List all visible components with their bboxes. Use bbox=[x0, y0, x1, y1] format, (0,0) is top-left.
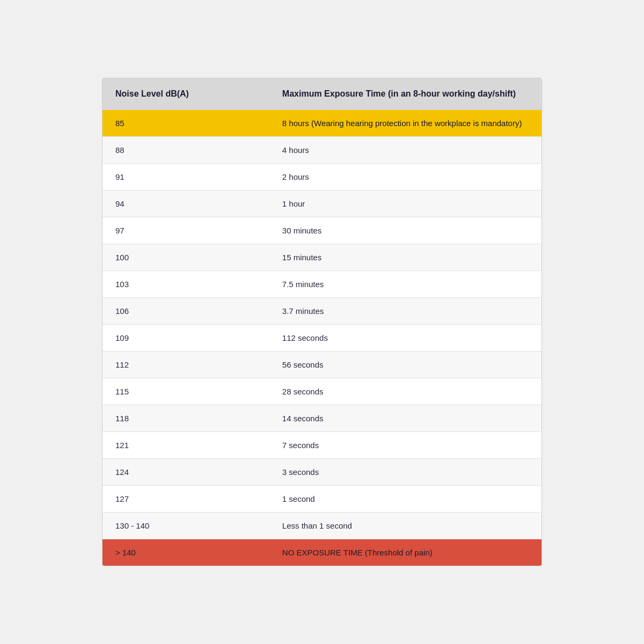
header-exposure-time: Maximum Exposure Time (in an 8-hour work… bbox=[269, 78, 541, 109]
header-noise-level: Noise Level dB(A) bbox=[103, 78, 269, 109]
table-row: > 140NO EXPOSURE TIME (Threshold of pain… bbox=[103, 539, 541, 566]
cell-exposure-time: 112 seconds bbox=[269, 324, 541, 351]
cell-exposure-time: 3 seconds bbox=[269, 458, 541, 485]
table-container: Noise Level dB(A) Maximum Exposure Time … bbox=[102, 78, 542, 566]
cell-noise-level: 109 bbox=[103, 324, 269, 351]
cell-exposure-time: 4 hours bbox=[269, 136, 541, 163]
cell-noise-level: 115 bbox=[103, 378, 269, 405]
cell-exposure-time: 56 seconds bbox=[269, 351, 541, 378]
cell-exposure-time: 1 hour bbox=[269, 190, 541, 217]
cell-exposure-time: NO EXPOSURE TIME (Threshold of pain) bbox=[269, 539, 541, 566]
cell-noise-level: 124 bbox=[103, 458, 269, 485]
cell-noise-level: 88 bbox=[103, 136, 269, 163]
cell-noise-level: 118 bbox=[103, 405, 269, 431]
cell-exposure-time: 7.5 minutes bbox=[269, 270, 541, 297]
cell-exposure-time: 14 seconds bbox=[269, 405, 541, 431]
cell-exposure-time: 7 seconds bbox=[269, 431, 541, 458]
table-row: 9730 minutes bbox=[103, 217, 541, 244]
cell-exposure-time: 2 hours bbox=[269, 163, 541, 190]
cell-exposure-time: 8 hours (Wearing hearing protection in t… bbox=[269, 110, 541, 137]
cell-exposure-time: 28 seconds bbox=[269, 378, 541, 405]
table-row: 11256 seconds bbox=[103, 351, 541, 378]
cell-noise-level: > 140 bbox=[103, 539, 269, 566]
table-row: 1037.5 minutes bbox=[103, 270, 541, 297]
cell-noise-level: 106 bbox=[103, 297, 269, 324]
cell-exposure-time: 3.7 minutes bbox=[269, 297, 541, 324]
cell-exposure-time: 30 minutes bbox=[269, 217, 541, 244]
cell-noise-level: 121 bbox=[103, 431, 269, 458]
table-row: 10015 minutes bbox=[103, 244, 541, 270]
cell-noise-level: 127 bbox=[103, 485, 269, 512]
cell-noise-level: 112 bbox=[103, 351, 269, 378]
cell-noise-level: 85 bbox=[103, 110, 269, 137]
table-row: 130 - 140Less than 1 second bbox=[103, 512, 541, 539]
table-row: 11528 seconds bbox=[103, 378, 541, 405]
table-row: 109112 seconds bbox=[103, 324, 541, 351]
table-row: 1063.7 minutes bbox=[103, 297, 541, 324]
cell-noise-level: 97 bbox=[103, 217, 269, 244]
table-row: 884 hours bbox=[103, 136, 541, 163]
noise-exposure-table: Noise Level dB(A) Maximum Exposure Time … bbox=[103, 78, 541, 565]
cell-noise-level: 94 bbox=[103, 190, 269, 217]
cell-noise-level: 103 bbox=[103, 270, 269, 297]
table-row: 941 hour bbox=[103, 190, 541, 217]
cell-exposure-time: Less than 1 second bbox=[269, 512, 541, 539]
table-row: 858 hours (Wearing hearing protection in… bbox=[103, 110, 541, 137]
cell-noise-level: 130 - 140 bbox=[103, 512, 269, 539]
cell-exposure-time: 15 minutes bbox=[269, 244, 541, 270]
table-row: 1243 seconds bbox=[103, 458, 541, 485]
table-row: 11814 seconds bbox=[103, 405, 541, 431]
table-row: 1271 second bbox=[103, 485, 541, 512]
table-header-row: Noise Level dB(A) Maximum Exposure Time … bbox=[103, 78, 541, 109]
cell-exposure-time: 1 second bbox=[269, 485, 541, 512]
table-row: 912 hours bbox=[103, 163, 541, 190]
table-row: 1217 seconds bbox=[103, 431, 541, 458]
page-wrapper: Noise Level dB(A) Maximum Exposure Time … bbox=[0, 0, 644, 644]
cell-noise-level: 100 bbox=[103, 244, 269, 270]
cell-noise-level: 91 bbox=[103, 163, 269, 190]
